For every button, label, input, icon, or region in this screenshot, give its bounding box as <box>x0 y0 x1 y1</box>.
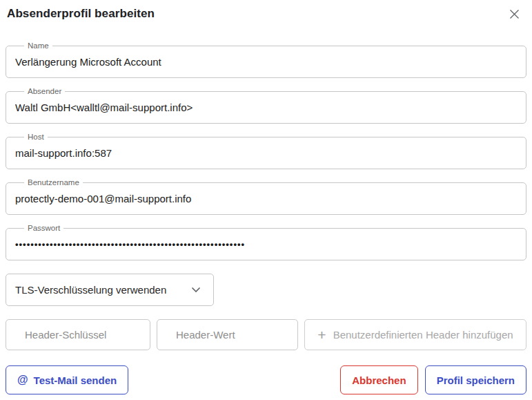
custom-header-row: + Benutzerdefinierten Header hinzufügen <box>6 319 526 350</box>
name-field-group: Name <box>6 46 526 78</box>
username-field-group: Benutzername <box>6 182 526 215</box>
username-field-label: Benutzername <box>24 178 83 188</box>
sender-field-group: Absender <box>6 91 526 124</box>
edit-sender-profile-dialog: Absenderprofil bearbeiten Name Absender … <box>0 0 532 400</box>
tls-encryption-select[interactable]: TLS-Verschlüsselung verwenden <box>6 274 214 306</box>
host-field-label: Host <box>24 132 48 142</box>
host-field-group: Host <box>6 137 526 169</box>
chevron-down-icon <box>191 287 201 293</box>
name-input[interactable] <box>6 46 526 77</box>
add-custom-header-label: Benutzerdefinierten Header hinzufügen <box>333 329 513 341</box>
tls-encryption-selected-value: TLS-Verschlüsselung verwenden <box>15 284 166 296</box>
close-icon <box>509 9 520 19</box>
add-custom-header-button[interactable]: + Benutzerdefinierten Header hinzufügen <box>304 319 526 350</box>
plus-icon: + <box>317 327 326 342</box>
send-test-mail-label: Test-Mail senden <box>34 374 117 386</box>
cancel-label: Abbrechen <box>352 374 406 386</box>
save-profile-label: Profil speichern <box>437 374 515 386</box>
close-button[interactable] <box>506 6 522 22</box>
cancel-button[interactable]: Abbrechen <box>340 365 417 394</box>
sender-field-label: Absender <box>24 86 65 97</box>
host-input[interactable] <box>6 137 526 169</box>
at-icon: @ <box>17 374 28 386</box>
password-field-group: Passwort <box>6 228 526 260</box>
save-profile-button[interactable]: Profil speichern <box>425 365 526 394</box>
header-key-input[interactable] <box>6 319 150 350</box>
name-field-label: Name <box>24 41 52 51</box>
password-field-label: Passwort <box>24 223 63 234</box>
dialog-header: Absenderprofil bearbeiten <box>6 5 526 24</box>
header-value-input[interactable] <box>157 319 298 350</box>
username-input[interactable] <box>6 183 526 214</box>
send-test-mail-button[interactable]: @ Test-Mail senden <box>6 365 128 394</box>
dialog-footer: @ Test-Mail senden Abbrechen Profil spei… <box>6 365 526 394</box>
sender-input[interactable] <box>6 92 526 123</box>
password-input[interactable] <box>6 229 526 260</box>
page-title: Absenderprofil bearbeiten <box>6 5 526 23</box>
